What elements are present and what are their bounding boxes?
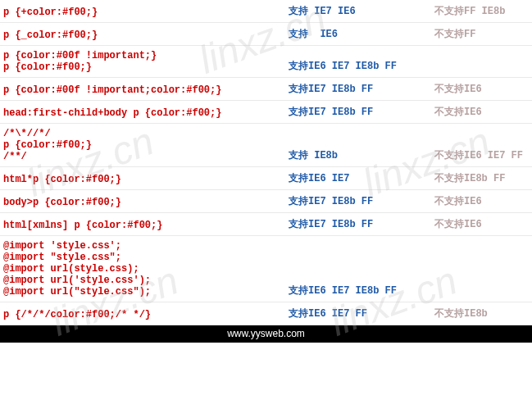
- table-row: p {_color:#f00;}支持 IE6不支持FF: [0, 23, 532, 46]
- support-cell: 支持 IE7 IE6: [285, 0, 431, 23]
- table-row: html*p {color:#f00;}支持IE6 IE7不支持IE8b FF: [0, 167, 532, 190]
- code-cell: p {+color:#f00;}: [0, 0, 285, 23]
- support-cell: 支持IE6 IE7 IE8b FF: [285, 46, 431, 78]
- nosupport-cell: [431, 236, 532, 302]
- table-row: /*\*//*/ p {color:#f00;} /**/支持 IE8b不支持I…: [0, 124, 532, 167]
- nosupport-value: IE8b FF: [464, 173, 505, 184]
- support-value: IE6 IE7 IE8b FF: [308, 285, 397, 297]
- table-row: body>p {color:#f00;}支持IE7 IE8b FF不支持IE6: [0, 190, 532, 213]
- support-cell: 支持IE6 IE7 IE8b FF: [285, 236, 431, 302]
- code-cell: html[xmlns] p {color:#f00;}: [0, 213, 285, 236]
- support-value: IE7 IE8b FF: [308, 196, 373, 207]
- nosupport-label: 不支持: [434, 172, 464, 184]
- support-label: 支持: [289, 60, 308, 71]
- support-label: 支持: [289, 5, 308, 16]
- table-row: html[xmlns] p {color:#f00;}支持IE7 IE8b FF…: [0, 213, 532, 236]
- support-cell: 支持IE6 IE7 FF: [285, 302, 431, 325]
- code-cell: p {/*/*/color:#f00;/* */}: [0, 302, 285, 325]
- nosupport-label: 不支持: [434, 106, 464, 117]
- nosupport-label: 不支持: [434, 83, 464, 94]
- code-cell: p {_color:#f00;}: [0, 23, 285, 46]
- table-row: p {/*/*/color:#f00;/* */}支持IE6 IE7 FF不支持…: [0, 302, 532, 325]
- support-label: 支持: [289, 172, 308, 184]
- table-row: @import 'style.css'; @import "style.css"…: [0, 236, 532, 302]
- support-cell: 支持IE7 IE8b FF: [285, 101, 431, 124]
- support-label: 支持: [289, 83, 308, 94]
- nosupport-cell: 不支持IE6 IE7 FF: [431, 124, 532, 167]
- nosupport-value: IE6: [464, 84, 482, 95]
- support-value: IE7 IE6: [308, 6, 356, 17]
- nosupport-value: FF: [464, 29, 475, 40]
- nosupport-cell: 不支持IE6: [431, 78, 532, 101]
- nosupport-label: 不支持: [434, 218, 464, 229]
- code-cell: html*p {color:#f00;}: [0, 167, 285, 190]
- nosupport-label: 不支持: [434, 149, 464, 161]
- support-cell: 支持IE6 IE7: [285, 167, 431, 190]
- support-cell: 支持IE7 IE8b FF: [285, 190, 431, 213]
- table-row: p {color:#00f !important;color:#f00;}支持I…: [0, 78, 532, 101]
- nosupport-value: IE6: [464, 219, 482, 230]
- support-label: 支持: [289, 218, 308, 229]
- nosupport-cell: 不支持FF: [431, 23, 532, 46]
- footer-url: www.yysweb.com: [0, 325, 532, 343]
- nosupport-value: IE6: [464, 196, 482, 207]
- nosupport-value: IE6: [464, 107, 482, 118]
- nosupport-cell: 不支持IE6: [431, 190, 532, 213]
- code-cell: head:first-child+body p {color:#f00;}: [0, 101, 285, 124]
- table-row: p {+color:#f00;}支持 IE7 IE6不支持FF IE8b: [0, 0, 532, 23]
- support-value: IE6 IE7 IE8b FF: [308, 61, 397, 72]
- table-row: p {color:#00f !important;} p {color:#f00…: [0, 46, 532, 78]
- code-cell: p {color:#00f !important;} p {color:#f00…: [0, 46, 285, 78]
- support-value: IE6 IE7 FF: [308, 308, 367, 320]
- nosupport-cell: [431, 46, 532, 78]
- support-label: 支持: [289, 307, 308, 319]
- support-value: IE7 IE8b FF: [308, 107, 373, 118]
- code-cell: p {color:#00f !important;color:#f00;}: [0, 78, 285, 101]
- support-label: 支持: [289, 195, 308, 207]
- nosupport-cell: 不支持FF IE8b: [431, 0, 532, 23]
- nosupport-value: FF IE8b: [464, 6, 505, 17]
- support-label: 支持: [289, 28, 308, 39]
- nosupport-value: IE8b: [464, 308, 488, 320]
- support-label: 支持: [289, 106, 308, 117]
- nosupport-cell: 不支持IE8b FF: [431, 167, 532, 190]
- support-value: IE6: [308, 29, 338, 40]
- nosupport-cell: 不支持IE8b: [431, 302, 532, 325]
- support-cell: 支持 IE8b: [285, 124, 431, 167]
- support-value: IE8b: [308, 150, 338, 161]
- support-value: IE7 IE8b FF: [308, 219, 373, 230]
- nosupport-cell: 不支持IE6: [431, 213, 532, 236]
- support-cell: 支持 IE6: [285, 23, 431, 46]
- nosupport-label: 不支持: [434, 195, 464, 207]
- nosupport-label: 不支持: [434, 5, 464, 16]
- support-value: IE7 IE8b FF: [308, 84, 373, 95]
- nosupport-cell: 不支持IE6: [431, 101, 532, 124]
- css-hack-table: p {+color:#f00;}支持 IE7 IE6不支持FF IE8bp {_…: [0, 0, 532, 325]
- table-row: head:first-child+body p {color:#f00;}支持I…: [0, 101, 532, 124]
- code-cell: body>p {color:#f00;}: [0, 190, 285, 213]
- nosupport-value: IE6 IE7 FF: [464, 150, 523, 161]
- support-value: IE6 IE7: [308, 173, 349, 184]
- nosupport-label: 不支持: [434, 28, 464, 39]
- support-cell: 支持IE7 IE8b FF: [285, 213, 431, 236]
- code-cell: @import 'style.css'; @import "style.css"…: [0, 236, 285, 302]
- support-label: 支持: [289, 149, 308, 161]
- code-cell: /*\*//*/ p {color:#f00;} /**/: [0, 124, 285, 167]
- nosupport-label: 不支持: [434, 307, 464, 319]
- support-cell: 支持IE7 IE8b FF: [285, 78, 431, 101]
- support-label: 支持: [289, 284, 308, 296]
